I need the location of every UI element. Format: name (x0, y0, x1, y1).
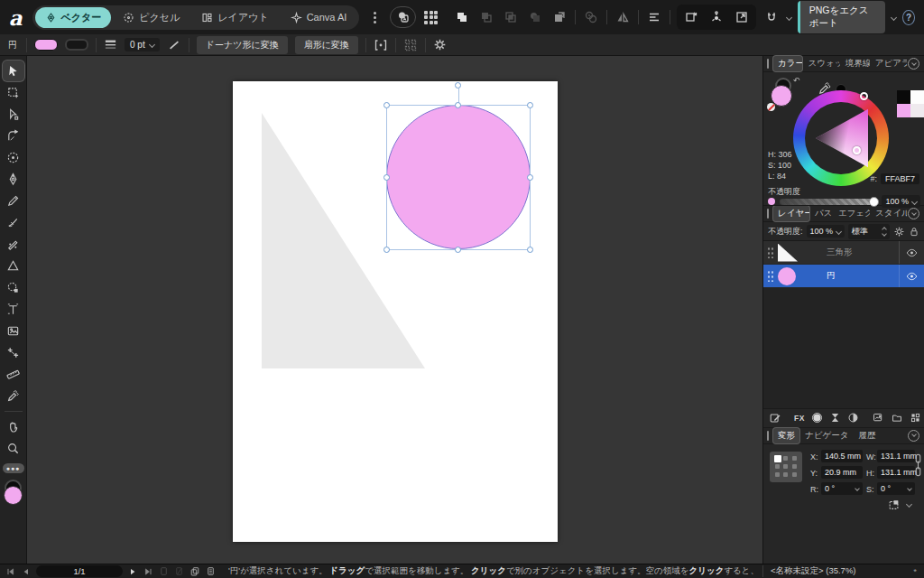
pencil-tool-button[interactable] (3, 191, 24, 211)
y-input[interactable]: 20.9 mm (821, 466, 863, 479)
stroke-width-select[interactable]: 0 pt (125, 38, 160, 51)
help-button[interactable]: ? (902, 10, 915, 25)
opacity-slider[interactable] (780, 199, 877, 205)
layer-row-circle[interactable]: 円 (763, 265, 924, 287)
add-page-icon[interactable] (159, 566, 169, 576)
transparency-tool-button[interactable] (3, 277, 24, 298)
tab-layers[interactable]: レイヤー (773, 206, 809, 221)
selection-handle[interactable] (527, 247, 533, 253)
tab-stroke[interactable]: 境界線 (841, 56, 870, 71)
convert-to-donut-button[interactable]: ドーナツ形に変換 (197, 36, 288, 54)
geometry-options-button[interactable] (582, 6, 600, 28)
flip-horizontal-button[interactable] (614, 6, 632, 28)
panel-menu-button[interactable] (908, 430, 919, 442)
selection-handle[interactable] (455, 102, 461, 108)
panel-menu-button[interactable] (908, 208, 919, 219)
more-tools-button[interactable]: ●●● (3, 463, 24, 473)
persona-tab-canva-ai[interactable]: Canva AI (281, 8, 357, 27)
layer-name[interactable]: 円 (818, 265, 899, 287)
selection-handle[interactable] (383, 174, 390, 181)
mask-layer-icon[interactable] (811, 412, 823, 424)
fill-tool-button[interactable] (3, 234, 24, 255)
boolean-combine-button[interactable] (550, 6, 568, 28)
layer-row-triangle[interactable]: 三角形 (763, 241, 924, 264)
export-button[interactable]: PNGをエクスポート (798, 1, 886, 33)
no-color-icon[interactable] (767, 103, 775, 111)
zoom-tool-button[interactable] (3, 438, 24, 459)
selection-bounding-box[interactable] (386, 105, 531, 250)
boolean-divide-button[interactable] (526, 6, 544, 28)
rotation-input[interactable]: 0 ° (821, 482, 863, 495)
hex-value-field[interactable]: FFABF7 (881, 173, 919, 184)
layer-drag-handle[interactable] (763, 241, 778, 264)
selection-handle[interactable] (383, 102, 390, 108)
quad-black-swatch[interactable] (897, 90, 910, 104)
artboard-tool-button[interactable] (3, 82, 24, 103)
selection-handle[interactable] (527, 102, 533, 108)
tab-swatches[interactable]: スウォッ (803, 56, 839, 71)
x-input[interactable]: 140.5 mm (821, 450, 863, 462)
boolean-add-button[interactable] (453, 6, 471, 28)
new-group-folder-icon[interactable] (891, 412, 903, 424)
color-picker-tool-button[interactable] (3, 386, 24, 406)
ai-assistant-button[interactable] (390, 6, 415, 28)
layer-name[interactable]: 三角形 (818, 241, 899, 264)
quad-fill-swatch[interactable] (897, 104, 910, 117)
text-tool-button[interactable] (3, 299, 24, 320)
document-page[interactable] (233, 81, 558, 542)
stroke-width-icon[interactable] (104, 38, 117, 51)
tab-paths[interactable]: パス (810, 206, 833, 221)
snapping-grid-icon[interactable] (403, 38, 418, 52)
persona-tab-vector[interactable]: ベクター (35, 7, 112, 28)
tab-styles[interactable]: スタイル (871, 206, 907, 221)
enable-transform-origin-toggle[interactable] (705, 6, 728, 28)
tab-color[interactable]: カラー (773, 56, 802, 71)
new-layer-checker-icon[interactable] (910, 412, 921, 424)
quad-white-swatch[interactable] (910, 90, 924, 104)
export-options-chevron-icon[interactable] (891, 14, 897, 20)
node-tool-button[interactable] (3, 104, 24, 125)
corner-tool-button[interactable] (3, 126, 24, 146)
link-dimensions-icon[interactable] (914, 452, 922, 478)
boolean-intersect-button[interactable] (502, 6, 520, 28)
tab-navigator[interactable]: ナビゲータ (800, 428, 853, 443)
selection-handle[interactable] (455, 247, 461, 253)
persona-overflow-menu-button[interactable] (365, 6, 383, 28)
canvas-viewport[interactable] (27, 56, 762, 564)
transform-mode-control[interactable] (887, 499, 911, 511)
swap-fill-stroke-icon[interactable]: ↷ (793, 76, 800, 85)
tab-appearance[interactable]: アピアラ (871, 56, 907, 71)
transform-objects-separately-toggle[interactable] (679, 6, 703, 28)
rotation-handle[interactable] (455, 82, 461, 89)
tab-effects[interactable]: エフェク (834, 206, 870, 221)
layers-opacity-select[interactable]: 100 % (807, 225, 845, 238)
selection-handle[interactable] (383, 247, 390, 253)
move-tool-button[interactable] (3, 61, 24, 81)
sl-handle[interactable] (853, 146, 861, 154)
stroke-style-icon[interactable] (167, 39, 181, 51)
settings-gear-icon[interactable] (433, 38, 447, 51)
first-page-icon[interactable] (5, 567, 15, 576)
measure-tool-button[interactable] (3, 364, 24, 385)
layer-effects-button[interactable]: FX (794, 414, 805, 423)
page-list-icon[interactable] (206, 566, 216, 576)
snapping-button[interactable] (762, 6, 781, 28)
persona-tab-layout[interactable]: レイアウト (191, 7, 278, 28)
convert-to-pie-button[interactable]: 扇形に変換 (295, 36, 358, 54)
panel-menu-button[interactable] (908, 58, 919, 70)
shear-input[interactable]: 0 ° (877, 482, 915, 495)
selection-handle[interactable] (527, 174, 533, 181)
w-input[interactable]: 131.1 mm (877, 450, 915, 462)
layers-empty-area[interactable] (763, 288, 924, 408)
anchor-point-selector[interactable] (770, 452, 802, 482)
lock-icon[interactable] (909, 226, 919, 238)
opacity-value-select[interactable]: 100 % (882, 195, 920, 208)
color-wheel[interactable] (793, 90, 889, 186)
layer-visibility-toggle[interactable] (899, 265, 924, 287)
quad-light-swatch[interactable] (910, 104, 924, 117)
layer-drag-handle[interactable] (763, 265, 778, 287)
delete-page-icon[interactable] (174, 566, 184, 576)
persona-tab-pixel[interactable]: ピクセル (113, 7, 189, 28)
layer-thumbnail[interactable] (778, 265, 818, 287)
opacity-slider-handle[interactable] (869, 197, 879, 207)
